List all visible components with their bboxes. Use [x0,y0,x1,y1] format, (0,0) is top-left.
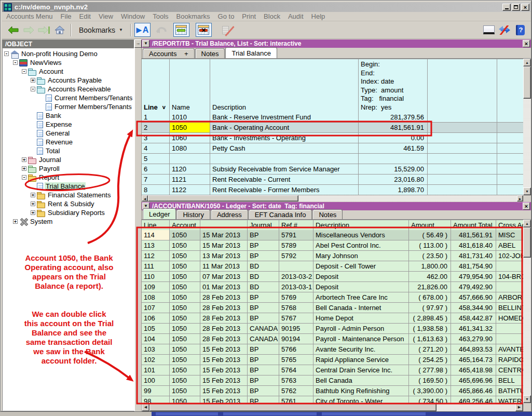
ledger-cell-ref[interactable]: 90195 [279,324,313,334]
run-button[interactable]: ▶A [134,23,151,37]
tree-item-account[interactable]: -Account [3,67,134,76]
ledger-tab-ledger[interactable]: Ledger [143,208,176,219]
ledger-cell-cross[interactable]: HOMEDEP [496,313,523,324]
menu-item-edit[interactable]: Edit [79,12,91,20]
ledger-cell-journal[interactable]: BP [248,230,279,240]
ledger-cell-account[interactable]: 1050 [170,365,200,375]
tb-cell-line[interactable]: 6 [142,164,170,175]
close-button[interactable]: × [521,4,529,11]
ledger-cell-line[interactable]: 108 [142,292,170,303]
ledger-cell-date[interactable]: 15 Feb 2013 [200,396,248,403]
column-header-journal[interactable]: Journal [248,220,279,231]
ledger-cell-amount-total[interactable]: 481,618.40 [451,240,496,251]
menu-item-block[interactable]: Block [264,12,280,20]
document-slash-button[interactable] [218,23,234,37]
ledger-cell-amount-total[interactable]: 457,666.90 [451,292,496,303]
tb-cell-amount[interactable]: 481,561.91 [359,123,428,133]
tb-cell-amount[interactable]: 23,016.80 [359,175,428,185]
tree-item-total[interactable]: Total [3,146,134,155]
ledger-cell-line[interactable]: 99 [142,386,170,396]
tb-cell-blank[interactable] [497,175,523,185]
tree-item-accounts-payable[interactable]: +Accounts Payable [3,76,134,85]
ledger-tab-history[interactable]: History [176,209,210,219]
delete-table-row-button[interactable]: × [196,23,212,37]
ledger-cell-date[interactable]: 15 Mar 2013 [200,240,248,251]
ledger-cell-amount[interactable]: ( 678.00 ) [409,292,451,303]
tb-cell-name[interactable]: 1080 [170,143,210,154]
column-header-cross-account[interactable]: Cross Acc [496,220,523,231]
ledger-cell-date[interactable]: 15 Feb 2013 [200,355,248,365]
ledger-cell-description[interactable]: Avante Security Inc. [313,344,409,355]
ledger-cell-amount[interactable]: ( 1,938.58 ) [409,324,451,334]
tb-cell-name[interactable]: 1050 [170,123,210,133]
minimize-button[interactable] [502,4,511,11]
ledger-cell-ref[interactable]: 5763 [279,375,313,386]
tb-cell-amount[interactable]: 1,898.70 [359,185,428,195]
ledger-cell-amount[interactable]: ( 3,390.00 ) [409,386,451,396]
tree-item-non-profit-housing-demo[interactable]: -Non-profit Housing Demo [3,49,134,58]
tree-item-revenue[interactable]: Revenue [3,138,134,146]
ledger-cell-amount[interactable]: 21,826.00 [409,282,451,292]
ledger-cell-amount[interactable]: ( 1,613.63 ) [409,334,451,344]
ledger-cell-cross[interactable] [496,334,523,344]
menu-item-audit[interactable]: Audit [288,12,304,20]
menu-item-bookmarks[interactable]: Bookmarks [176,12,210,20]
tb-cell-blank[interactable] [497,143,523,154]
column-header-line[interactable]: Line [142,220,170,231]
panel-dropdown-button[interactable]: ▼ [142,40,149,47]
back-button[interactable] [5,23,21,37]
ledger-cell-date[interactable]: 28 Feb 2013 [200,324,248,334]
panel-arrow-button[interactable]: → [134,39,142,48]
ledger-cell-cross[interactable]: RAPIDO [496,355,523,365]
collapse-icon[interactable]: - [13,60,18,65]
ledger-cell-ref[interactable]: 5789 [279,240,313,251]
ledger-cell-ref[interactable]: 5765 [279,355,313,365]
tree-item-rent-subsidy[interactable]: +Rent & Subsidy [3,199,134,208]
column-header-name[interactable]: Name [170,59,210,113]
transfer-slash-button[interactable] [497,23,512,37]
ledger-cell-account[interactable]: 1050 [170,261,200,272]
ledger-cell-line[interactable]: 103 [142,344,170,355]
tree-item-bank[interactable]: Bank [3,111,134,120]
collapse-icon[interactable]: - [22,175,26,180]
ledger-cell-ref[interactable]: 5766 [279,344,313,355]
ledger-cell-amount[interactable]: ( 113.00 ) [409,240,451,251]
ledger-cell-line[interactable]: 106 [142,313,170,324]
ledger-cell-cross[interactable]: ARBOR [496,292,523,303]
tb-cell-blank[interactable] [428,164,497,175]
ledger-cell-line[interactable]: 112 [142,251,170,261]
menu-item-window[interactable]: Window [121,12,145,20]
ledger-cell-journal[interactable]: BP [248,344,279,355]
ledger-cell-account[interactable]: 1050 [170,230,200,240]
ledger-cell-description[interactable]: Miscellaneous Vendors [313,230,409,240]
ledger-cell-account[interactable]: 1050 [170,240,200,251]
ledger-cell-account[interactable]: 1050 [170,344,200,355]
ledger-cell-journal[interactable]: BD [248,282,279,292]
tree-item-trial-balance[interactable]: Trial Balance [3,182,134,191]
tb-cell-blank[interactable] [497,154,523,164]
ledger-cell-journal[interactable]: CANADA [248,334,279,344]
tb-cell-blank[interactable] [428,143,497,154]
tb-cell-blank[interactable] [497,123,523,133]
ledger-cell-description[interactable]: Central Drain Service Inc. [313,365,409,375]
tree-item-payroll[interactable]: +Payroll [3,164,134,173]
column-header-ref[interactable]: Ref # [279,220,313,231]
tree-item-subsidiary-reports[interactable]: +Subsidiary Reports [3,208,134,217]
ledger-cell-cross[interactable]: 104-BROW [496,272,523,282]
ledger-cell-description[interactable]: Deposit [313,282,409,292]
ledger-cell-line[interactable]: 111 [142,261,170,272]
ledger-cell-ref[interactable]: 5761 [279,396,313,403]
ledger-cell-journal[interactable]: BP [248,292,279,303]
ledger-cell-description[interactable]: Bell Canada - Internet [313,303,409,313]
ledger-cell-date[interactable]: 15 Feb 2013 [200,375,248,386]
insert-table-row-button[interactable] [173,23,189,37]
ledger-cell-date[interactable]: 28 Feb 2013 [200,313,248,324]
tb-cell-blank[interactable] [428,123,497,133]
scroll-left-button[interactable]: ◀ [142,195,148,202]
tb-cell-line[interactable]: 5 [142,154,170,164]
ledger-cell-amount-total[interactable]: 464,893.53 [451,344,496,355]
ledger-cell-date[interactable]: 15 Feb 2013 [200,344,248,355]
ledger-tab-notes[interactable]: Notes [312,209,343,219]
ledger-cell-cross[interactable] [496,261,523,272]
ledger-cell-line[interactable]: 110 [142,272,170,282]
